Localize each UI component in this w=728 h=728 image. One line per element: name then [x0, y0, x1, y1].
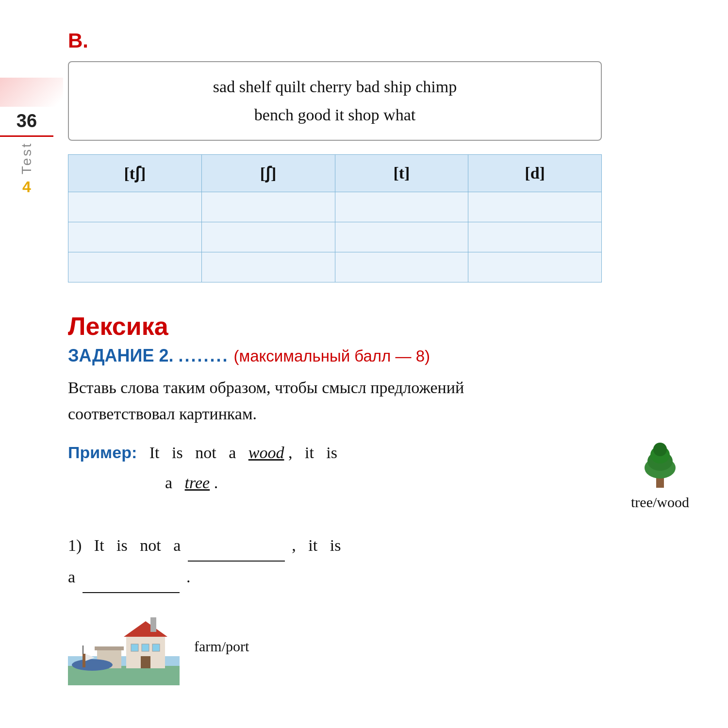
cell-1-0 — [68, 222, 202, 252]
col-header-3: [d] — [468, 154, 602, 192]
wood-word: wood — [248, 444, 284, 462]
table-row — [68, 192, 602, 222]
example-area: Пример: It is not a wood , it is a tree … — [68, 438, 689, 511]
port-icon — [68, 608, 180, 685]
tree-icon — [633, 438, 687, 491]
table-row — [68, 222, 602, 252]
cell-0-0 — [68, 192, 202, 222]
blank-2 — [83, 592, 180, 593]
cell-1-3 — [468, 222, 602, 252]
test-label: Test — [19, 142, 34, 174]
tree-label: tree/wood — [631, 494, 689, 511]
primer-line-2: a tree . — [165, 468, 602, 497]
test-number: 4 — [22, 178, 31, 196]
instructions: Вставь слова таким образом, чтобы смысл … — [68, 375, 553, 428]
svg-rect-12 — [141, 656, 150, 668]
svg-point-4 — [653, 443, 667, 456]
primer-line-1: Пример: It is not a wood , it is — [68, 438, 602, 467]
col-header-0: [tʃ] — [68, 154, 202, 192]
zadanie-dots: ........ — [178, 346, 229, 365]
zadanie-line: ЗАДАНИЕ 2. ........ (максимальный балл —… — [68, 346, 689, 366]
primer-label: Пример: — [68, 443, 137, 462]
port-label: farm/port — [194, 638, 249, 655]
exercise-1: 1) It is not a , it is a . — [68, 530, 689, 593]
cell-2-1 — [201, 252, 335, 282]
blank-1 — [188, 561, 285, 562]
svg-rect-13 — [150, 617, 156, 632]
svg-rect-17 — [83, 654, 85, 667]
word-box: sad shelf quilt cherry bad ship chimp be… — [68, 61, 602, 141]
tree-word: tree — [185, 474, 210, 492]
cell-2-2 — [335, 252, 468, 282]
zadanie-label: ЗАДАНИЕ 2. — [68, 346, 173, 365]
svg-rect-10 — [142, 644, 149, 651]
cell-0-1 — [201, 192, 335, 222]
svg-rect-9 — [131, 644, 138, 651]
svg-point-16 — [72, 659, 113, 671]
page-number: 36 — [0, 107, 53, 137]
exercise-text2: , it is — [292, 536, 341, 554]
table-row — [68, 252, 602, 282]
cell-0-3 — [468, 192, 602, 222]
exercise-text3: a — [68, 568, 75, 586]
cell-2-3 — [468, 252, 602, 282]
exercise-number: 1) It is not a — [68, 536, 181, 554]
svg-rect-15 — [95, 646, 124, 650]
cell-1-1 — [201, 222, 335, 252]
leksika-heading: Лексика — [68, 312, 689, 341]
svg-marker-8 — [124, 621, 167, 637]
col-header-2: [t] — [335, 154, 468, 192]
phonetic-table: [tʃ] [ʃ] [t] [d] — [68, 154, 602, 282]
port-image: farm/port — [68, 608, 689, 685]
cell-0-2 — [335, 192, 468, 222]
main-content: B. sad shelf quilt cherry bad ship chimp… — [68, 29, 689, 685]
section-b-label: B. — [68, 29, 689, 52]
example-text-block: Пример: It is not a wood , it is a tree … — [68, 438, 602, 497]
col-header-1: [ʃ] — [201, 154, 335, 192]
exercise-text4: . — [186, 568, 191, 586]
word-box-line2: bench good it shop what — [86, 101, 583, 129]
tree-image: tree/wood — [631, 438, 689, 511]
svg-rect-11 — [152, 644, 160, 651]
svg-rect-19 — [83, 645, 83, 654]
cell-1-2 — [335, 222, 468, 252]
side-tab: 36 Test 4 — [0, 107, 53, 196]
cell-2-0 — [68, 252, 202, 282]
word-box-line1: sad shelf quilt cherry bad ship chimp — [86, 73, 583, 101]
zadanie-max: (максимальный балл — 8) — [234, 347, 430, 365]
